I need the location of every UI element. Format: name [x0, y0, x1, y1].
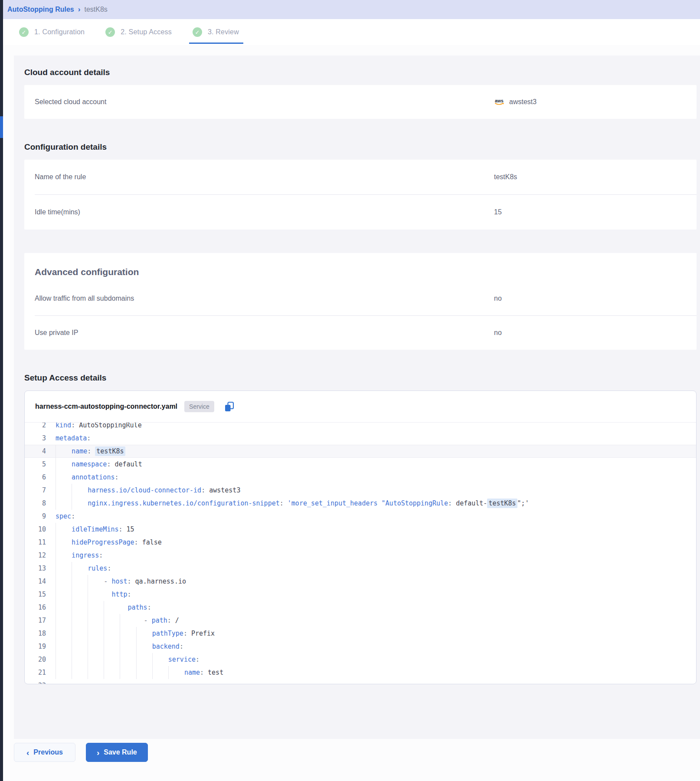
footer-actions: ‹ Previous › Save Rule [0, 739, 700, 762]
row-value: no [494, 295, 502, 302]
code-line: 2kind: AutoStoppingRule [25, 423, 696, 432]
row-label: Selected cloud account [24, 98, 494, 106]
table-row: Use private IP no [24, 316, 697, 350]
chevron-left-icon: ‹ [26, 748, 29, 757]
table-row: Idle time(mins) 15 [24, 195, 697, 230]
svg-text:aws: aws [495, 98, 504, 103]
code-line: 18pathType: Prefix [25, 627, 696, 640]
yaml-card-header: harness-ccm-autostopping-connector.yaml … [25, 391, 696, 423]
step-label: 3. Review [208, 28, 239, 36]
previous-button-label: Previous [33, 748, 63, 756]
code-line: 16 paths: [25, 601, 696, 614]
check-circle-icon: ✓ [105, 27, 115, 37]
row-label: Name of the rule [24, 173, 494, 181]
step-label: 2. Setup Access [121, 28, 172, 36]
code-line: 6annotations: [25, 471, 696, 484]
code-line: 17 - path: / [25, 614, 696, 627]
code-line: 19backend: [25, 640, 696, 653]
sidebar-edge [0, 0, 3, 781]
configuration-card: Name of the rule testK8s Idle time(mins)… [24, 160, 697, 230]
code-line: 11hideProgressPage: false [25, 536, 696, 549]
save-rule-button-label: Save Rule [104, 748, 137, 756]
code-line: 3metadata: [25, 432, 696, 445]
code-line: 5namespace: default [25, 458, 696, 471]
code-line: 14- host: qa.harness.io [25, 575, 696, 588]
yaml-file-name: harness-ccm-autostopping-connector.yaml [35, 403, 177, 410]
breadcrumb: AutoStopping Rules › testK8s [0, 0, 700, 19]
code-line: 7harness.io/cloud-connector-id: awstest3 [25, 484, 696, 497]
row-label: Idle time(mins) [24, 208, 494, 216]
code-line: 20service: [25, 653, 696, 666]
wizard-stepper: ✓ 1. Configuration ✓ 2. Setup Access ✓ 3… [0, 19, 700, 45]
step-review[interactable]: ✓ 3. Review [193, 27, 239, 37]
section-heading-cloud: Cloud account details [24, 68, 697, 77]
save-rule-button[interactable]: › Save Rule [86, 743, 148, 762]
code-lines: 2kind: AutoStoppingRule3metadata:4name: … [25, 423, 696, 684]
chevron-right-icon: › [97, 748, 99, 757]
sidebar-scroll-thumb[interactable] [0, 116, 3, 138]
previous-button[interactable]: ‹ Previous [14, 743, 75, 762]
code-line: 9spec: [25, 510, 696, 523]
table-row: Name of the rule testK8s [24, 160, 697, 194]
service-badge: Service [184, 401, 214, 412]
code-line: 21name: test [25, 666, 696, 679]
row-value: testK8s [494, 173, 517, 181]
advanced-configuration-card: Advanced configuration Allow traffic fro… [24, 253, 697, 350]
copy-button[interactable] [224, 401, 235, 413]
row-label: Allow traffic from all subdomains [24, 295, 494, 302]
cloud-account-name: awstest3 [509, 98, 536, 106]
table-row: Allow traffic from all subdomains no [24, 282, 697, 315]
breadcrumb-current: testK8s [84, 6, 107, 13]
section-heading-configuration: Configuration details [24, 142, 697, 152]
yaml-card: harness-ccm-autostopping-connector.yaml … [24, 390, 697, 684]
step-label: 1. Configuration [34, 28, 85, 36]
row-value: aws awstest3 [494, 98, 697, 106]
review-panel: Cloud account details Selected cloud acc… [14, 56, 700, 739]
step-configuration[interactable]: ✓ 1. Configuration [19, 27, 85, 37]
code-line: 13rules: [25, 562, 696, 575]
code-line: 8nginx.ingress.kubernetes.io/configurati… [25, 497, 696, 510]
code-line: 15 http: [25, 588, 696, 601]
row-label: Use private IP [24, 329, 494, 337]
cloud-account-card: Selected cloud account aws awstest3 [24, 85, 697, 119]
aws-logo-icon: aws [494, 98, 506, 106]
copy-icon [224, 401, 235, 413]
code-line: 12ingress: [25, 549, 696, 562]
table-row: Selected cloud account aws awstest3 [24, 85, 697, 119]
code-line: 22 [25, 679, 696, 684]
code-line: 10idleTimeMins: 15 [25, 523, 696, 536]
chevron-right-icon: › [78, 5, 81, 14]
row-value: no [494, 329, 502, 337]
check-circle-icon: ✓ [193, 27, 202, 37]
step-setup-access[interactable]: ✓ 2. Setup Access [105, 27, 172, 37]
code-line: 4name: testK8s [25, 445, 696, 458]
check-circle-icon: ✓ [19, 27, 29, 37]
yaml-editor[interactable]: 2kind: AutoStoppingRule3metadata:4name: … [25, 423, 696, 684]
section-heading-advanced: Advanced configuration [24, 267, 697, 277]
breadcrumb-root-link[interactable]: AutoStopping Rules [7, 6, 74, 13]
section-heading-setup-access: Setup Access details [24, 373, 697, 383]
row-value: 15 [494, 208, 502, 216]
